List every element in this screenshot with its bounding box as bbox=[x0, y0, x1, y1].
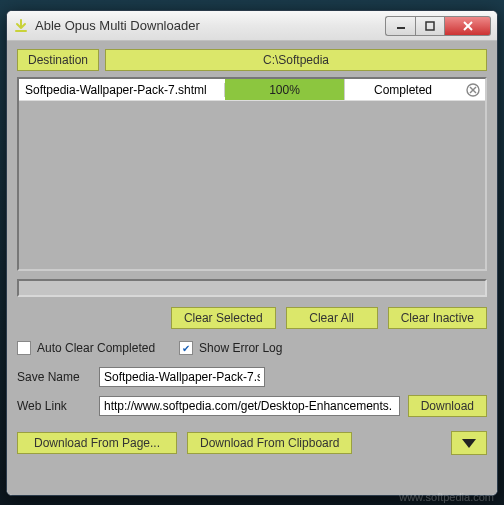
destination-path[interactable]: C:\Softpedia bbox=[105, 49, 487, 71]
client-area: Destination C:\Softpedia Softpedia-Wallp… bbox=[7, 41, 497, 495]
web-link-row: Web Link Download bbox=[17, 395, 487, 417]
clear-button-row: Clear Selected Clear All Clear Inactive bbox=[17, 307, 487, 329]
download-row[interactable]: Softpedia-Wallpaper-Pack-7.shtml 100% Co… bbox=[19, 79, 485, 101]
maximize-button[interactable] bbox=[415, 16, 445, 36]
save-name-label: Save Name bbox=[17, 370, 91, 384]
window-title: Able Opus Multi Downloader bbox=[35, 18, 385, 33]
download-from-clipboard-button[interactable]: Download From Clipboard bbox=[187, 432, 352, 454]
download-progress: 100% bbox=[225, 79, 345, 100]
download-list: Softpedia-Wallpaper-Pack-7.shtml 100% Co… bbox=[17, 77, 487, 271]
chevron-down-icon bbox=[462, 439, 476, 448]
save-name-input[interactable] bbox=[99, 367, 265, 387]
watermark: www.softpedia.com bbox=[399, 491, 494, 503]
destination-label: Destination bbox=[17, 49, 99, 71]
auto-clear-option[interactable]: Auto Clear Completed bbox=[17, 341, 155, 355]
app-window: Able Opus Multi Downloader Destination C… bbox=[6, 10, 498, 496]
titlebar[interactable]: Able Opus Multi Downloader bbox=[7, 11, 497, 41]
close-icon bbox=[466, 83, 480, 97]
download-status: Completed bbox=[345, 83, 461, 97]
web-link-input[interactable] bbox=[99, 396, 400, 416]
show-error-log-option[interactable]: ✔ Show Error Log bbox=[179, 341, 282, 355]
download-button[interactable]: Download bbox=[408, 395, 487, 417]
app-icon bbox=[13, 18, 29, 34]
window-controls bbox=[385, 16, 491, 36]
save-name-row: Save Name bbox=[17, 367, 487, 387]
status-bar bbox=[17, 279, 487, 297]
clear-all-button[interactable]: Clear All bbox=[286, 307, 378, 329]
cancel-download-button[interactable] bbox=[461, 83, 485, 97]
auto-clear-label: Auto Clear Completed bbox=[37, 341, 155, 355]
destination-row: Destination C:\Softpedia bbox=[17, 49, 487, 71]
download-name: Softpedia-Wallpaper-Pack-7.shtml bbox=[19, 83, 225, 97]
close-button[interactable] bbox=[445, 16, 491, 36]
clear-selected-button[interactable]: Clear Selected bbox=[171, 307, 276, 329]
options-row: Auto Clear Completed ✔ Show Error Log bbox=[17, 341, 487, 355]
bottom-button-row: Download From Page... Download From Clip… bbox=[17, 431, 487, 455]
web-link-label: Web Link bbox=[17, 399, 91, 413]
svg-rect-1 bbox=[426, 22, 434, 30]
show-error-log-checkbox[interactable]: ✔ bbox=[179, 341, 193, 355]
auto-clear-checkbox[interactable] bbox=[17, 341, 31, 355]
dropdown-button[interactable] bbox=[451, 431, 487, 455]
show-error-log-label: Show Error Log bbox=[199, 341, 282, 355]
minimize-button[interactable] bbox=[385, 16, 415, 36]
download-from-page-button[interactable]: Download From Page... bbox=[17, 432, 177, 454]
clear-inactive-button[interactable]: Clear Inactive bbox=[388, 307, 487, 329]
